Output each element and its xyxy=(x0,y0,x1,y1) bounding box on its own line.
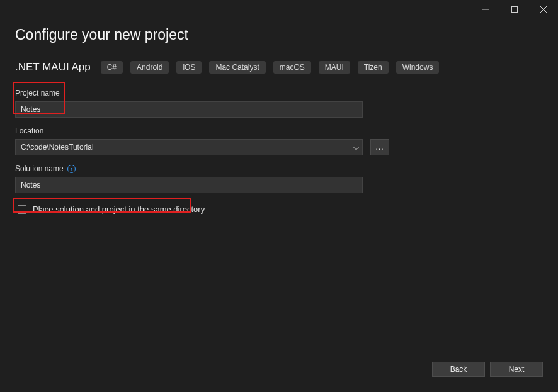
platform-tag: Mac Catalyst xyxy=(209,61,265,74)
next-button[interactable]: Next xyxy=(490,362,543,377)
location-label: Location xyxy=(15,126,543,135)
solution-name-label: Solution name xyxy=(15,164,64,173)
platform-tag: MAUI xyxy=(319,61,350,74)
minimize-button[interactable] xyxy=(471,0,500,19)
project-name-label: Project name xyxy=(15,89,543,98)
same-directory-label: Place solution and project in the same d… xyxy=(33,204,205,214)
same-directory-checkbox-row[interactable]: Place solution and project in the same d… xyxy=(15,202,208,216)
solution-name-input[interactable] xyxy=(15,177,363,193)
info-icon[interactable]: i xyxy=(67,165,76,173)
browse-button[interactable]: ... xyxy=(370,139,389,155)
back-button[interactable]: Back xyxy=(432,362,485,377)
project-name-input[interactable] xyxy=(15,101,363,118)
platform-tag: Android xyxy=(130,61,169,74)
platform-tag: Windows xyxy=(396,61,440,74)
location-input[interactable] xyxy=(15,139,363,155)
template-name: .NET MAUI App xyxy=(15,61,91,74)
checkbox-icon[interactable] xyxy=(18,205,26,214)
maximize-button[interactable] xyxy=(500,0,529,19)
platform-tag: Tizen xyxy=(358,61,389,74)
svg-rect-1 xyxy=(512,7,518,13)
close-button[interactable] xyxy=(529,0,558,19)
platform-tag: C# xyxy=(101,61,123,74)
platform-tag: macOS xyxy=(273,61,311,74)
platform-tag: iOS xyxy=(176,61,202,74)
page-title: Configure your new project xyxy=(15,26,543,43)
